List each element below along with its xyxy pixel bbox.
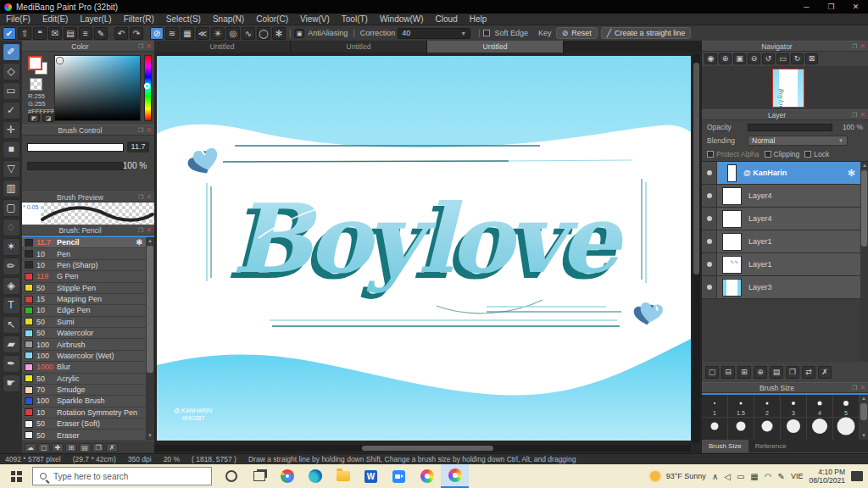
battery-icon[interactable]: ▭	[737, 472, 744, 481]
eraser-diamond-tool[interactable]: ◇	[3, 63, 20, 80]
lock-icon[interactable]: ⊠	[805, 53, 818, 64]
delete-brush-icon[interactable]: ✗	[106, 443, 118, 452]
import-brush-icon[interactable]: ⊞	[65, 443, 77, 452]
brush-size-cell[interactable]: 2	[754, 395, 781, 418]
chevron-up-icon[interactable]: ∧	[712, 472, 718, 481]
close-icon[interactable]: ✕	[860, 384, 865, 391]
popout-icon[interactable]: ❐	[138, 127, 143, 134]
close-icon[interactable]: ✕	[146, 126, 152, 134]
start-button[interactable]	[0, 464, 32, 488]
hand-tool[interactable]: ☛	[3, 374, 20, 392]
layer-visibility-toggle[interactable]	[702, 185, 717, 207]
sv-cursor[interactable]	[57, 58, 63, 64]
brush-item[interactable]: 50Acrylic	[22, 374, 146, 385]
hue-cursor[interactable]	[144, 83, 150, 89]
file-explorer-icon[interactable]	[329, 464, 357, 488]
menu-filef[interactable]: File(F)	[0, 14, 36, 25]
import-layer-icon[interactable]: ⊟	[721, 366, 735, 379]
close-icon[interactable]: ✕	[146, 42, 152, 50]
fit-screen-icon[interactable]: ▭	[776, 53, 789, 64]
scroll-up-icon[interactable]: ▲	[860, 395, 868, 402]
brush-item[interactable]: 10Pen (Sharp)	[22, 260, 146, 271]
comment-icon[interactable]: ❝	[33, 27, 47, 40]
menu-windoww[interactable]: Window(W)	[374, 14, 430, 25]
canvas-vertical-scrollbar[interactable]	[693, 54, 700, 443]
document-tab[interactable]: Untitled	[427, 41, 564, 53]
menu-toolt[interactable]: Tool(T)	[336, 14, 374, 25]
brush-size-cell[interactable]: 1.5	[728, 395, 754, 418]
brush-tool[interactable]: ✐	[3, 43, 20, 61]
close-icon[interactable]: ✕	[146, 226, 152, 234]
menu-snapn[interactable]: Snap(N)	[207, 14, 250, 25]
layer-visibility-toggle[interactable]	[702, 276, 717, 298]
hue-slider[interactable]	[144, 55, 152, 121]
restore-button[interactable]: ❐	[819, 0, 843, 14]
select-pen-check-tool[interactable]: ✓	[3, 102, 20, 119]
scroll-down-icon[interactable]: ▼	[146, 432, 154, 440]
brush-item[interactable]: 10Edge Pen	[22, 305, 146, 316]
menu-help[interactable]: Help	[464, 14, 493, 25]
popout-icon[interactable]: ❐	[138, 43, 143, 50]
popout-icon[interactable]: ❐	[138, 227, 143, 234]
antialiasing-icon[interactable]: ▣	[294, 29, 304, 38]
layer-list-scrollbar[interactable]: ▲	[860, 162, 868, 362]
snap-settings-icon[interactable]: ✻	[272, 27, 286, 40]
duplicate-layer-icon[interactable]: ❐	[786, 366, 799, 379]
layer-visibility-toggle[interactable]	[702, 162, 717, 184]
brush-item[interactable]: 1000Blur	[22, 362, 146, 373]
action-center-icon[interactable]	[851, 471, 863, 481]
close-icon[interactable]: ✕	[860, 42, 865, 50]
brush-size-slider[interactable]	[27, 143, 124, 152]
foreground-color-swatch[interactable]	[28, 56, 42, 70]
cortana-icon[interactable]	[217, 464, 245, 488]
popout-icon[interactable]: ❐	[852, 385, 857, 391]
brush-item[interactable]: 50Stipple Pen	[22, 283, 146, 294]
brush-item[interactable]: 10Rotation Symmetry Pen	[22, 408, 146, 419]
text-tool[interactable]: T	[3, 297, 20, 314]
menu-selects[interactable]: Select(S)	[160, 14, 207, 25]
layer-row[interactable]: Layer4	[702, 185, 860, 208]
document-icon[interactable]: ▤	[64, 27, 77, 40]
snap-grid-icon[interactable]: ▦	[181, 27, 194, 40]
add-brush-menu-icon[interactable]: ✚	[52, 443, 64, 452]
eraser-tool[interactable]: ▰	[3, 336, 20, 353]
zoom-out-icon[interactable]: ⊖	[748, 53, 760, 64]
create-straight-line-button[interactable]: ╱ Create a straight line	[601, 27, 691, 39]
wifi-icon[interactable]: ◠	[765, 472, 772, 481]
layer-row[interactable]: Layer3	[702, 276, 860, 299]
brush-item[interactable]: 50Eraser	[22, 430, 146, 440]
tab-reference[interactable]: Reference	[748, 440, 793, 452]
transparent-color-swatch[interactable]	[30, 78, 42, 91]
gear-icon[interactable]: ✻	[848, 168, 855, 179]
new-brush-icon[interactable]: ▢	[38, 443, 50, 452]
reset-button[interactable]: ⊘ Reset	[556, 27, 598, 39]
layer-row[interactable]: Layer1	[702, 230, 860, 253]
rotate-left-icon[interactable]: ↺	[762, 53, 775, 64]
touch-keyboard-icon[interactable]: ▦	[750, 472, 758, 481]
brush-item[interactable]: 11.7Pencil✻	[22, 237, 146, 248]
brush-size-cell[interactable]	[754, 418, 781, 440]
pen-icon[interactable]: ✎	[778, 472, 785, 481]
weather-text[interactable]: 93°F Sunny	[666, 472, 706, 480]
medibang-icon[interactable]	[441, 464, 469, 488]
brush-size-cell[interactable]	[833, 418, 860, 440]
fit-window-icon[interactable]: ▣	[733, 53, 746, 64]
menu-colorc[interactable]: Color(C)	[250, 14, 294, 25]
layer-visibility-toggle[interactable]	[702, 230, 717, 252]
message-icon[interactable]: ✉	[48, 27, 62, 40]
document-tab[interactable]: Untitled	[154, 41, 291, 53]
magic-wand-tool[interactable]: ✶	[3, 238, 20, 256]
color-mode-hsb-button[interactable]: ◪	[42, 114, 54, 122]
operation-tool[interactable]: ↖	[3, 316, 20, 334]
scroll-up-icon[interactable]: ▲	[146, 237, 154, 245]
publish-icon[interactable]: ⇧	[18, 27, 31, 40]
popout-icon[interactable]: ❐	[138, 194, 143, 201]
brush-list-scrollbar[interactable]: ▲ ▼	[146, 237, 154, 440]
brush-size-cell[interactable]	[728, 418, 754, 440]
popout-icon[interactable]: ❐	[852, 112, 857, 119]
nav-zoom-icon[interactable]: ◉	[704, 53, 717, 64]
menu-cloud[interactable]: Cloud	[430, 14, 464, 25]
brush-item[interactable]: 10Pen	[22, 248, 146, 259]
zoom-app-icon[interactable]	[385, 464, 413, 488]
export-layer-icon[interactable]: ⊞	[737, 366, 751, 379]
